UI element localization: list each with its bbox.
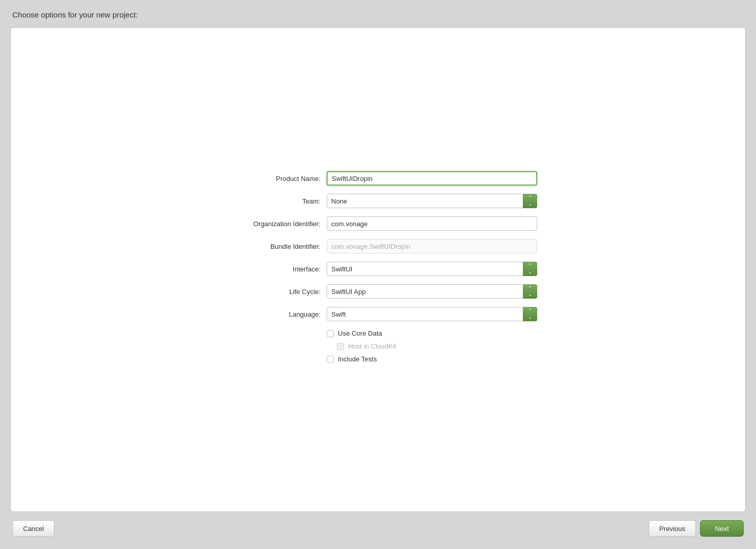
include-tests-row: Include Tests [219,355,537,363]
lifecycle-select[interactable]: SwiftUI App UIKit App Delegate UIKit Sce… [327,284,537,299]
include-tests-checkbox[interactable] [327,356,334,363]
bundle-identifier-input [327,239,537,253]
team-select-wrapper: None Add an Account... [327,194,537,208]
org-identifier-input[interactable] [327,216,537,231]
product-name-row: Product Name: [219,171,537,186]
host-in-cloudkit-label: Host in CloudKit [348,342,396,350]
navigation-buttons: Previous Next [649,520,744,537]
org-identifier-label: Organization Identifier: [219,220,327,228]
language-select[interactable]: Swift Objective-C [327,307,537,321]
bundle-identifier-label: Bundle Identifier: [219,243,327,250]
cancel-button[interactable]: Cancel [12,520,54,537]
lifecycle-label: Life Cycle: [219,288,327,296]
include-tests-label: Include Tests [338,355,377,363]
use-core-data-checkbox[interactable] [327,330,334,337]
team-row: Team: None Add an Account... [219,194,537,208]
bundle-identifier-row: Bundle Identifier: [219,239,537,253]
host-in-cloudkit-checkbox[interactable] [337,343,344,350]
product-name-input[interactable] [327,171,537,186]
main-panel: Product Name: Team: None Add an Account.… [10,27,746,512]
form-area: Product Name: Team: None Add an Account.… [219,171,537,368]
bottom-bar: Cancel Previous Next [10,512,746,539]
lifecycle-select-wrapper: SwiftUI App UIKit App Delegate UIKit Sce… [327,284,537,299]
language-select-wrapper: Swift Objective-C [327,307,537,321]
use-core-data-row: Use Core Data [219,330,537,337]
language-row: Language: Swift Objective-C [219,307,537,321]
lifecycle-row: Life Cycle: SwiftUI App UIKit App Delega… [219,284,537,299]
org-identifier-row: Organization Identifier: [219,216,537,231]
host-in-cloudkit-row: Host in CloudKit [219,342,537,350]
team-label: Team: [219,197,327,205]
use-core-data-label: Use Core Data [338,330,382,337]
interface-select-wrapper: SwiftUI Storyboard [327,262,537,276]
next-button[interactable]: Next [700,520,744,537]
page-title: Choose options for your new project: [10,10,746,19]
interface-select[interactable]: SwiftUI Storyboard [327,262,537,276]
previous-button[interactable]: Previous [649,520,696,537]
language-label: Language: [219,310,327,318]
product-name-label: Product Name: [219,175,327,182]
team-select[interactable]: None Add an Account... [327,194,537,208]
interface-row: Interface: SwiftUI Storyboard [219,262,537,276]
interface-label: Interface: [219,265,327,273]
